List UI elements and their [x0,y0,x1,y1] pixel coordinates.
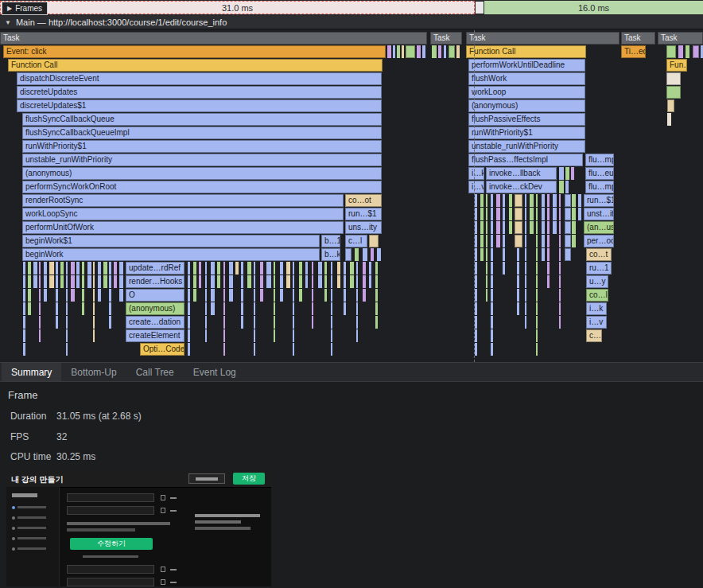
flame-sliver[interactable] [312,262,313,275]
flame-bar[interactable]: unstable_runWithPriority [468,140,585,153]
flame-sliver[interactable] [356,262,358,275]
flame-sliver[interactable] [324,262,327,275]
flame-bar[interactable]: invoke…llback [486,167,557,180]
flame-sliver[interactable] [217,275,220,288]
flame-sliver[interactable] [229,262,233,275]
flame-sliver[interactable] [49,275,54,288]
flame-bar[interactable]: b…k [321,248,340,261]
flame-sliver[interactable] [39,289,41,302]
flame-sliver[interactable] [536,208,538,220]
tab-summary[interactable]: Summary [2,363,61,381]
flame-sliver[interactable] [98,275,101,288]
flame-sliver[interactable] [23,289,25,302]
flame-sliver[interactable] [93,262,95,275]
flame-sliver[interactable] [565,208,571,220]
flame-sliver[interactable] [536,221,538,234]
flame-sliver[interactable] [87,275,91,288]
flame-bar[interactable]: run…$1 [584,194,614,207]
flame-sliver[interactable] [28,262,31,275]
flame-sliver[interactable] [331,275,332,288]
flame-sliver[interactable] [82,289,84,302]
flame-bar[interactable]: Task [621,32,655,45]
flame-sliver[interactable] [530,194,534,207]
flame-sliver[interactable] [286,262,290,275]
flame-sliver[interactable] [44,289,47,302]
flame-sliver[interactable] [76,275,80,288]
flame-sliver[interactable] [565,248,571,261]
flame-sliver[interactable] [475,343,477,356]
flame-sliver[interactable] [565,181,569,193]
flame-sliver[interactable] [475,262,477,275]
flame-sliver[interactable] [305,275,308,288]
flame-bar[interactable]: u…y [586,275,608,288]
flame-sliver[interactable] [369,262,371,275]
flame-sliver[interactable] [515,221,522,234]
flame-sliver[interactable] [66,289,68,302]
flame-sliver[interactable] [205,302,207,315]
flame-bar[interactable]: ru…1 [586,262,612,275]
flame-sliver[interactable] [324,289,327,302]
flame-sliver[interactable] [98,289,101,302]
flame-sliver[interactable] [205,275,207,288]
flame-sliver[interactable] [475,316,477,329]
flame-sliver[interactable] [515,194,522,207]
flame-sliver[interactable] [39,329,41,342]
flame-sliver[interactable] [369,235,379,247]
flame-sliver[interactable] [542,221,545,234]
flame-sliver[interactable] [509,194,512,207]
flame-sliver[interactable] [542,235,545,247]
flame-sliver[interactable] [480,194,484,207]
flame-sliver[interactable] [280,262,283,275]
flame-sliver[interactable] [363,275,366,288]
flame-sliver[interactable] [71,262,75,275]
flame-sliver[interactable] [28,302,31,315]
flame-sliver[interactable] [28,289,31,302]
flame-bar[interactable]: unst…ity [584,208,614,220]
flame-sliver[interactable] [98,262,101,275]
flame-sliver[interactable] [211,262,215,275]
flame-sliver[interactable] [363,248,367,261]
flame-bar[interactable]: co…l [586,289,608,302]
flame-sliver[interactable] [547,262,550,275]
flame-bar[interactable]: c… [586,329,602,342]
flame-sliver[interactable] [572,194,576,207]
flame-sliver[interactable] [350,262,354,275]
flame-sliver[interactable] [188,275,190,288]
flame-sliver[interactable] [93,316,95,329]
flame-sliver[interactable] [547,235,550,247]
flame-sliver[interactable] [491,194,493,207]
tab-event-log[interactable]: Event Log [184,363,246,381]
flame-sliver[interactable] [406,45,415,58]
flame-sliver[interactable] [486,235,487,247]
flame-sliver[interactable] [503,208,505,220]
flame-sliver[interactable] [496,221,500,234]
flame-sliver[interactable] [559,194,561,207]
flame-sliver[interactable] [456,45,460,58]
flame-sliver[interactable] [559,235,561,247]
flame-sliver[interactable] [402,45,404,58]
flame-sliver[interactable] [331,262,332,275]
flame-bar[interactable]: runWithPriority$1 [468,127,585,139]
flame-sliver[interactable] [536,194,538,207]
flame-sliver[interactable] [375,275,378,288]
flame-sliver[interactable] [205,316,207,329]
flame-sliver[interactable] [387,45,391,58]
flame-bar[interactable]: uns…ity [345,221,382,234]
flame-bar[interactable]: c…l [345,235,367,247]
flame-sliver[interactable] [397,45,400,58]
flame-sliver[interactable] [66,302,68,315]
flame-sliver[interactable] [496,235,500,247]
flame-sliver[interactable] [350,275,354,288]
flame-sliver[interactable] [223,262,225,275]
flame-sliver[interactable] [491,262,493,275]
flame-sliver[interactable] [299,289,302,302]
flame-sliver[interactable] [565,194,571,207]
flame-sliver[interactable] [109,262,111,275]
flame-sliver[interactable] [71,289,75,302]
flame-sliver[interactable] [23,329,25,342]
flame-sliver[interactable] [247,262,251,275]
flame-sliver[interactable] [254,316,255,329]
flame-sliver[interactable] [254,329,255,342]
flame-sliver[interactable] [486,208,487,220]
flame-bar[interactable]: Task [658,32,703,45]
